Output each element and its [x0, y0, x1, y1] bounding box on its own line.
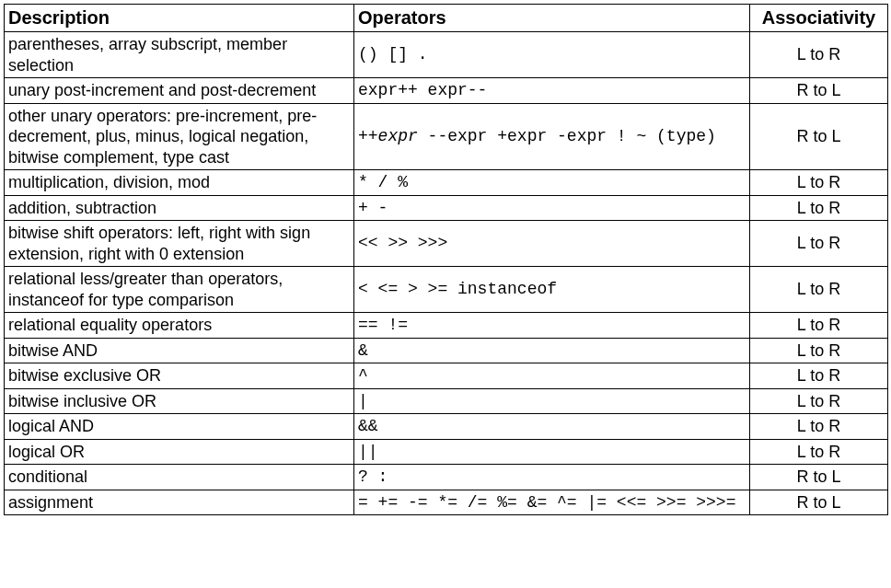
table-row: relational less/greater than operators, …	[5, 267, 888, 313]
table-row: multiplication, division, mod * / % L to…	[5, 170, 888, 196]
table-row: conditional ? : R to L	[5, 465, 888, 490]
cell-associativity: R to L	[750, 490, 888, 515]
operator-precedence-table: Description Operators Associativity pare…	[4, 4, 888, 515]
cell-operators: |	[354, 388, 750, 414]
header-operators: Operators	[354, 5, 750, 32]
cell-operators: = += -= *= /= %= &= ^= |= <<= >>= >>>=	[354, 490, 750, 515]
table-row: bitwise exclusive OR ^ L to R	[5, 363, 888, 389]
cell-associativity: L to R	[750, 267, 888, 313]
table-row: addition, subtraction + - L to R	[5, 195, 888, 221]
cell-operators: < <= > >= instanceof	[354, 267, 750, 313]
table-header-row: Description Operators Associativity	[5, 5, 888, 32]
cell-associativity: L to R	[750, 338, 888, 363]
operators-rest-segment: --expr +expr -expr ! ~ (type)	[418, 127, 716, 145]
table-row: assignment = += -= *= /= %= &= ^= |= <<=…	[5, 490, 888, 515]
cell-associativity: L to R	[750, 439, 888, 465]
cell-associativity: L to R	[750, 414, 888, 440]
cell-operators: &&	[354, 414, 750, 440]
table-row: relational equality operators == != L to…	[5, 313, 888, 339]
cell-description: bitwise inclusive OR	[5, 388, 354, 414]
cell-description: logical AND	[5, 414, 354, 440]
cell-associativity: L to R	[750, 170, 888, 196]
cell-associativity: R to L	[750, 78, 888, 104]
cell-operators: () [] .	[354, 32, 750, 78]
cell-operators: == !=	[354, 313, 750, 339]
cell-operators: + -	[354, 195, 750, 221]
cell-description: bitwise shift operators: left, right wit…	[5, 221, 354, 267]
cell-description: addition, subtraction	[5, 195, 354, 221]
cell-description: other unary operators: pre-increment, pr…	[5, 103, 354, 170]
cell-description: bitwise AND	[5, 338, 354, 363]
operators-italic-segment: ++expr	[358, 127, 418, 145]
cell-description: relational less/greater than operators, …	[5, 267, 354, 313]
table-row: logical AND && L to R	[5, 414, 888, 440]
cell-description: bitwise exclusive OR	[5, 363, 354, 389]
cell-operators: ++expr --expr +expr -expr ! ~ (type)	[354, 103, 750, 170]
cell-description: logical OR	[5, 439, 354, 465]
cell-operators: ? :	[354, 465, 750, 490]
cell-associativity: R to L	[750, 103, 888, 170]
cell-associativity: L to R	[750, 363, 888, 389]
cell-associativity: L to R	[750, 221, 888, 267]
table-row: bitwise inclusive OR | L to R	[5, 388, 888, 414]
cell-operators: ||	[354, 439, 750, 465]
cell-description: assignment	[5, 490, 354, 515]
table-row: unary post-increment and post-decrement …	[5, 78, 888, 104]
cell-operators: expr++ expr--	[354, 78, 750, 104]
cell-associativity: L to R	[750, 388, 888, 414]
cell-operators: * / %	[354, 170, 750, 196]
cell-associativity: L to R	[750, 195, 888, 221]
cell-operators: << >> >>>	[354, 221, 750, 267]
header-associativity: Associativity	[750, 5, 888, 32]
cell-operators: ^	[354, 363, 750, 389]
cell-associativity: L to R	[750, 32, 888, 78]
cell-description: parentheses, array subscript, member sel…	[5, 32, 354, 78]
cell-associativity: R to L	[750, 465, 888, 490]
cell-description: multiplication, division, mod	[5, 170, 354, 196]
table-row: logical OR || L to R	[5, 439, 888, 465]
cell-description: unary post-increment and post-decrement	[5, 78, 354, 104]
cell-operators: &	[354, 338, 750, 363]
cell-description: conditional	[5, 465, 354, 490]
table-row: parentheses, array subscript, member sel…	[5, 32, 888, 78]
cell-description: relational equality operators	[5, 313, 354, 339]
table-row: bitwise AND & L to R	[5, 338, 888, 363]
table-row: other unary operators: pre-increment, pr…	[5, 103, 888, 170]
cell-associativity: L to R	[750, 313, 888, 339]
header-description: Description	[5, 5, 354, 32]
table-row: bitwise shift operators: left, right wit…	[5, 221, 888, 267]
